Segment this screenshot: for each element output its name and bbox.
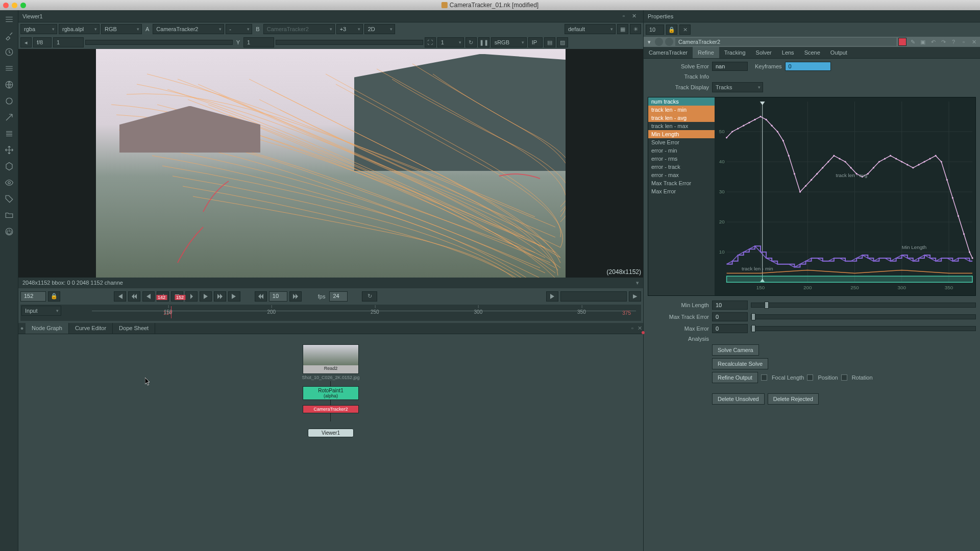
rotation-checkbox[interactable] [841, 374, 847, 381]
clear-props-icon[interactable]: ⨯ [679, 24, 691, 35]
tab-node-graph[interactable]: Node Graph [26, 323, 69, 334]
track-graph[interactable]: 1020304050150200250300350track len - avg… [715, 97, 975, 295]
delete-unsolved-button[interactable]: Delete Unsolved [712, 393, 765, 405]
channel-dropdown[interactable]: rgba [20, 24, 57, 34]
lock-all-icon[interactable]: 🔒 [666, 24, 677, 35]
tag-icon[interactable] [3, 193, 15, 205]
arrow-icon[interactable] [3, 111, 15, 123]
folder-icon[interactable] [3, 209, 15, 221]
edit-icon[interactable]: ✎ [909, 38, 917, 46]
stack-icon[interactable] [3, 128, 15, 140]
menu-icon[interactable] [3, 13, 15, 26]
track-list-item[interactable]: Max Error [648, 187, 715, 195]
panel-close-icon[interactable]: ✕ [632, 13, 639, 20]
refine-output-button[interactable]: Refine Output [712, 372, 758, 383]
preset-dropdown[interactable]: default [565, 24, 616, 34]
track-list-item[interactable]: Max Track Error [648, 179, 715, 187]
alpha-dropdown[interactable]: rgba.alpl [59, 24, 100, 34]
track-list-item[interactable]: error - rms [648, 155, 715, 163]
tab-refine[interactable]: Refine [693, 47, 719, 58]
gamma-slider[interactable] [276, 40, 423, 45]
tab-scene[interactable]: Scene [799, 47, 825, 58]
min-length-field[interactable]: 10 [712, 300, 748, 310]
b-input-dropdown[interactable]: CameraTracker2 [263, 24, 335, 34]
power-icon[interactable] [3, 226, 15, 238]
f-value-field[interactable]: 1 [53, 37, 84, 47]
eye-icon[interactable] [3, 177, 15, 189]
track-list-item[interactable]: track len - max [648, 122, 715, 130]
prev-icon[interactable]: ◂ [20, 37, 32, 47]
track-list-item[interactable]: error - track [648, 163, 715, 171]
tab-cameratracker[interactable]: CameraTracker [644, 47, 693, 58]
node-viewer[interactable]: Viewer1 [308, 429, 354, 437]
float-icon[interactable]: ▫ [960, 38, 968, 46]
recalculate-solve-button[interactable]: Recalculate Solve [712, 358, 768, 369]
tab-tracking[interactable]: Tracking [719, 47, 751, 58]
redo-icon[interactable]: ↷ [939, 38, 947, 46]
min-length-slider[interactable] [751, 303, 976, 308]
fps-field[interactable]: 24 [329, 291, 348, 302]
node-name-field[interactable]: CameraTracker2 [675, 38, 896, 46]
play-fwd-button[interactable] [200, 291, 212, 302]
info-expand-icon[interactable]: ▾ [636, 280, 639, 286]
gain-slider[interactable] [85, 40, 233, 45]
clip-icon[interactable]: ▤ [544, 37, 555, 47]
pause-icon[interactable]: ❚❚ [478, 37, 489, 47]
close-window-button[interactable] [3, 3, 9, 8]
skip-fwd-button[interactable] [289, 291, 302, 302]
ruler-track[interactable]: 114 375 150 200 250 300 350 142 152 [92, 311, 636, 318]
panel-float-icon[interactable]: ▫ [629, 323, 636, 334]
tab-output[interactable]: Output [825, 47, 852, 58]
skip-frames-field[interactable]: 10 [269, 291, 287, 302]
solve-camera-button[interactable]: Solve Camera [712, 344, 759, 356]
move-icon[interactable] [3, 144, 15, 156]
play-back-button[interactable] [142, 291, 155, 302]
track-list-item[interactable]: track len - min [648, 106, 715, 114]
y-value-field[interactable]: 1 [243, 37, 274, 47]
max-track-error-field[interactable]: 0 [712, 312, 748, 321]
props-count-field[interactable]: 10 [646, 24, 664, 35]
hexagon-icon[interactable] [3, 160, 15, 172]
viewer-body[interactable]: (2048x1152) [18, 49, 643, 278]
snap-icon[interactable]: ✳ [630, 24, 641, 34]
out-icon[interactable]: ▶ [629, 291, 641, 302]
focal-length-checkbox[interactable] [761, 374, 767, 381]
tab-lens[interactable]: Lens [777, 47, 799, 58]
timeline-input-dropdown[interactable]: Input [21, 306, 61, 316]
close-props-icon[interactable]: ✕ [970, 38, 978, 46]
playhead[interactable]: 142 152 [171, 306, 172, 318]
collapse-icon[interactable]: ▾ [646, 39, 653, 45]
node-graph-canvas[interactable]: Read2 Shot_10_C026_2K.0152.jpg RotoPaint… [18, 334, 643, 552]
undo-icon[interactable]: ↶ [929, 38, 937, 46]
node-color-swatch[interactable] [898, 38, 906, 46]
track-display-dropdown[interactable]: Tracks [712, 82, 763, 92]
track-list-item[interactable]: Solve Error [648, 138, 715, 146]
max-track-error-slider[interactable] [751, 314, 976, 319]
track-list-item[interactable]: Min Length [648, 130, 715, 138]
minimize-window-button[interactable] [12, 3, 17, 8]
lock-icon[interactable]: 🔒 [48, 291, 60, 302]
track-list-item[interactable]: track len - avg [648, 114, 715, 122]
clock-icon[interactable] [3, 46, 15, 58]
prev-key-button[interactable] [128, 291, 140, 302]
tab-bullet-icon[interactable]: ● [18, 323, 26, 334]
colorspace-dropdown[interactable]: RGB [101, 24, 142, 34]
max-error-field[interactable]: 0 [712, 324, 748, 333]
track-list-item[interactable]: num tracks [648, 97, 715, 106]
keyframes-field[interactable]: 0 [785, 62, 831, 71]
first-frame-button[interactable] [114, 291, 126, 302]
view-mode-dropdown[interactable]: 2D [364, 24, 395, 34]
center-icon[interactable]: ▣ [919, 38, 927, 46]
help-icon[interactable]: ? [949, 38, 958, 46]
layers-icon[interactable] [3, 62, 15, 74]
last-frame-button[interactable] [228, 291, 240, 302]
next-key-button[interactable] [214, 291, 226, 302]
zoom-fit-icon[interactable]: ⛶ [425, 37, 436, 47]
node-enable-icon[interactable] [665, 38, 673, 46]
current-frame-field[interactable]: 152 [20, 291, 46, 302]
node-rotopaint[interactable]: RotoPaint1 (alpha) [303, 386, 359, 400]
grid-icon[interactable]: ▦ [617, 24, 628, 34]
delete-rejected-button[interactable]: Delete Rejected [768, 393, 819, 405]
step-fwd-button[interactable] [185, 291, 198, 302]
position-checkbox[interactable] [807, 374, 813, 381]
